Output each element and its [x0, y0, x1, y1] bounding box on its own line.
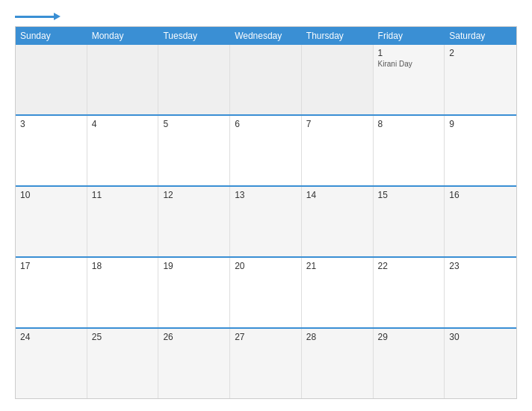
- day-number: 28: [306, 332, 368, 342]
- day-number: 22: [378, 261, 440, 271]
- logo-underline: [15, 16, 54, 18]
- day-number: 8: [378, 119, 440, 129]
- week-row-1: 1Kirani Day2: [16, 45, 516, 114]
- day-cell: 27: [230, 329, 302, 398]
- day-cell: 2: [445, 45, 516, 114]
- day-cell: 24: [16, 329, 87, 398]
- day-cell: 29: [374, 329, 445, 398]
- day-number: 17: [20, 261, 82, 271]
- day-number: 23: [449, 261, 512, 271]
- day-cell: 12: [158, 187, 230, 256]
- day-number: 4: [92, 119, 154, 129]
- weeks-container: 1Kirani Day23456789101112131415161718192…: [16, 45, 516, 398]
- day-number: 30: [449, 332, 512, 342]
- day-cell: [302, 45, 374, 114]
- day-header-monday: Monday: [87, 27, 159, 45]
- day-number: 20: [235, 261, 297, 271]
- day-number: 7: [306, 119, 368, 129]
- day-cell: 17: [16, 258, 87, 327]
- day-number: 19: [163, 261, 225, 271]
- day-cell: 19: [158, 258, 230, 327]
- day-number: 25: [92, 332, 154, 342]
- day-cell: 9: [445, 116, 516, 185]
- day-number: 26: [163, 332, 225, 342]
- day-cell: 1Kirani Day: [374, 45, 445, 114]
- holiday-label: Kirani Day: [378, 60, 440, 68]
- day-cell: 8: [374, 116, 445, 185]
- day-header-tuesday: Tuesday: [158, 27, 230, 45]
- week-row-3: 10111213141516: [16, 185, 516, 256]
- day-cell: [230, 45, 302, 114]
- day-header-sunday: Sunday: [16, 27, 87, 45]
- day-cell: 11: [87, 187, 159, 256]
- week-row-4: 17181920212223: [16, 256, 516, 327]
- day-number: 21: [306, 261, 368, 271]
- day-number: 24: [20, 332, 82, 342]
- day-cell: 30: [445, 329, 516, 398]
- day-header-wednesday: Wednesday: [230, 27, 302, 45]
- day-cell: 7: [302, 116, 374, 185]
- day-number: 18: [92, 261, 154, 271]
- day-number: 13: [235, 190, 297, 200]
- day-cell: 13: [230, 187, 302, 256]
- day-number: 9: [449, 119, 512, 129]
- day-cell: 3: [16, 116, 87, 185]
- logo: [15, 12, 61, 20]
- calendar-grid: SundayMondayTuesdayWednesdayThursdayFrid…: [15, 26, 517, 399]
- day-cell: 23: [445, 258, 516, 327]
- day-headers-row: SundayMondayTuesdayWednesdayThursdayFrid…: [16, 27, 516, 45]
- day-header-friday: Friday: [374, 27, 445, 45]
- day-cell: 21: [302, 258, 374, 327]
- day-cell: 28: [302, 329, 374, 398]
- day-number: 5: [163, 119, 225, 129]
- day-number: 29: [378, 332, 440, 342]
- day-cell: [16, 45, 87, 114]
- day-number: 1: [378, 48, 440, 58]
- day-cell: 20: [230, 258, 302, 327]
- day-cell: 15: [374, 187, 445, 256]
- day-number: 27: [235, 332, 297, 342]
- day-number: 15: [378, 190, 440, 200]
- week-row-5: 24252627282930: [16, 327, 516, 398]
- day-number: 14: [306, 190, 368, 200]
- day-cell: 4: [87, 116, 159, 185]
- day-number: 12: [163, 190, 225, 200]
- day-cell: 5: [158, 116, 230, 185]
- day-header-saturday: Saturday: [445, 27, 516, 45]
- day-number: 10: [20, 190, 82, 200]
- day-cell: 18: [87, 258, 159, 327]
- week-row-2: 3456789: [16, 114, 516, 185]
- day-cell: 26: [158, 329, 230, 398]
- day-cell: [158, 45, 230, 114]
- day-cell: 25: [87, 329, 159, 398]
- day-number: 3: [20, 119, 82, 129]
- day-number: 6: [235, 119, 297, 129]
- day-cell: [87, 45, 159, 114]
- calendar-page: SundayMondayTuesdayWednesdayThursdayFrid…: [0, 0, 532, 411]
- day-header-thursday: Thursday: [302, 27, 374, 45]
- day-number: 2: [449, 48, 512, 58]
- day-cell: 10: [16, 187, 87, 256]
- day-cell: 6: [230, 116, 302, 185]
- day-cell: 22: [374, 258, 445, 327]
- day-number: 16: [449, 190, 512, 200]
- day-number: 11: [92, 190, 154, 200]
- page-header: [15, 12, 517, 20]
- day-cell: 14: [302, 187, 374, 256]
- logo-arrow: [54, 13, 61, 20]
- day-cell: 16: [445, 187, 516, 256]
